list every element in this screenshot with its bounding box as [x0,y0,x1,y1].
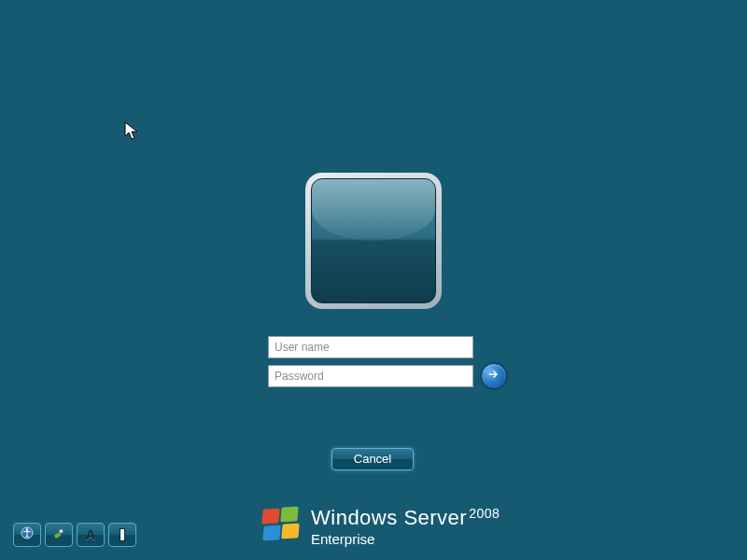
arrow-right-icon [486,367,501,385]
user-picture-tile [305,173,442,309]
username-input[interactable] [268,336,473,358]
brand-prefix: Windows [311,506,398,529]
cancel-button[interactable]: Cancel [331,448,414,470]
ease-of-access-icon [20,525,35,544]
usb-key-button[interactable] [45,523,73,547]
ease-of-access-button[interactable] [13,523,41,547]
password-input[interactable] [268,365,473,387]
password-row [268,365,511,387]
on-screen-keyboard-button[interactable] [108,523,136,547]
svg-rect-3 [59,529,63,534]
submit-button[interactable] [481,363,507,389]
keyboard-icon [120,528,125,541]
branding-text: Windows Server2008 Enterprise [311,507,500,547]
high-contrast-button[interactable]: A [77,523,105,547]
high-contrast-icon: A [86,527,95,542]
brand-edition: Enterprise [311,532,500,548]
user-picture-inner [311,178,436,303]
accessibility-toolbar: A [13,523,136,547]
brand-year: 2008 [469,506,500,521]
mouse-cursor-icon [124,121,139,142]
svg-point-1 [26,528,29,531]
os-branding: Windows Server2008 Enterprise [262,507,500,547]
login-form [268,336,511,394]
windows-flag-icon [262,507,302,544]
usb-key-icon [51,525,66,544]
brand-product: Server [403,506,467,529]
svg-rect-2 [54,532,62,539]
